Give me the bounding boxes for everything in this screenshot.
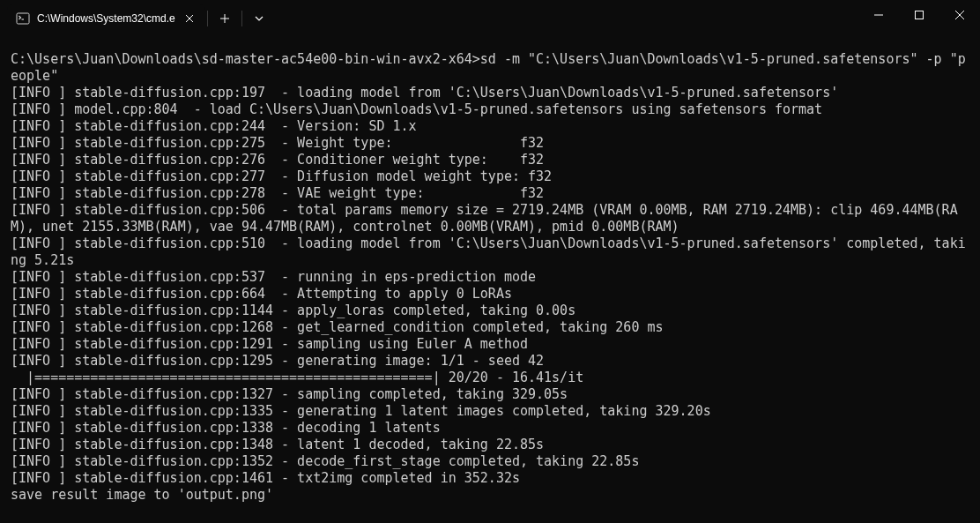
new-tab-dropdown[interactable] [244, 4, 274, 33]
new-tab-button[interactable] [210, 4, 240, 33]
svg-rect-0 [17, 13, 29, 24]
tab-divider [241, 11, 242, 26]
titlebar: C:\Windows\System32\cmd.e [0, 0, 980, 35]
cmd-icon [16, 11, 30, 26]
tab-close-button[interactable] [182, 11, 197, 26]
minimize-button[interactable] [858, 1, 899, 29]
tab-title: C:\Windows\System32\cmd.e [37, 12, 175, 25]
svg-rect-1 [916, 11, 924, 19]
tab-divider [207, 11, 208, 26]
close-button[interactable] [939, 1, 980, 29]
maximize-button[interactable] [899, 1, 939, 29]
window-controls [858, 1, 980, 36]
tab-cmd[interactable]: C:\Windows\System32\cmd.e [7, 4, 205, 33]
terminal-output[interactable]: C:\Users\Juan\Downloads\sd-master-ac54e0… [0, 35, 980, 514]
